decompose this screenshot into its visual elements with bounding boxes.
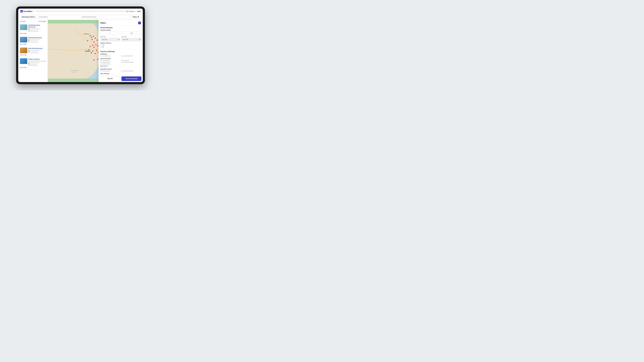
ends-after-select[interactable]: Ends After — [121, 38, 141, 41]
search-input[interactable] — [80, 15, 130, 19]
uniform-no-label: No — [102, 46, 104, 48]
show-results-button[interactable]: Show Results (50) — [122, 76, 142, 81]
login-button[interactable]: Login — [137, 10, 140, 12]
list-item: Bridges Academy Dual Language Immersion … — [18, 57, 48, 69]
svg-point-14 — [94, 41, 95, 43]
header-divider — [34, 10, 34, 12]
sort-label: Sort By: A-Z ▾ — [38, 21, 46, 22]
detail-bar — [30, 51, 38, 52]
detail-bar — [30, 39, 40, 40]
filters-button[interactable]: Filters ⚙ — [131, 15, 140, 19]
checkbox[interactable] — [100, 63, 102, 65]
checkbox[interactable] — [100, 62, 102, 63]
start-after-col: Start After Start After — [100, 36, 120, 41]
sort-chevron-icon: ▾ — [45, 21, 46, 22]
detail-bar — [30, 30, 38, 30]
students-max-input[interactable] — [122, 31, 141, 35]
list-item[interactable] — [100, 55, 120, 56]
students-min-input[interactable] — [100, 31, 119, 35]
school-name[interactable]: Bridges Academy — [28, 58, 46, 60]
view-on-map-link[interactable]: View on Map — [20, 33, 46, 34]
checkbox-label-bar — [102, 56, 110, 56]
school-list: ACORN Woodland Elementary 🏫 📚 — [18, 23, 48, 82]
uniform-yes-option[interactable]: Yes — [100, 44, 141, 46]
other-offerings-label: Other Offerings — [100, 73, 141, 74]
svg-point-20 — [94, 46, 95, 48]
school-name[interactable]: ACORN Woodland Elementary — [28, 24, 46, 28]
chevron-down-icon: ▾ — [34, 16, 35, 18]
grade-icon: 📚 — [28, 63, 30, 65]
uniform-yes-label: Yes — [102, 44, 104, 46]
list-item[interactable] — [100, 70, 120, 72]
checkbox[interactable] — [100, 70, 102, 72]
uniform-no-option[interactable]: No — [100, 46, 141, 48]
filters-close-button[interactable]: × — [138, 21, 141, 24]
svg-point-29 — [94, 53, 96, 54]
view-on-map-link[interactable]: View on Map — [20, 43, 46, 45]
svg-text:San Francisco: San Francisco — [71, 70, 78, 71]
ends-after-label: Ends After — [121, 36, 141, 37]
language-label: Language — [128, 10, 134, 12]
checkbox[interactable] — [121, 60, 122, 61]
uniform-yes-radio[interactable] — [100, 44, 102, 46]
multilingual-label: Multilingual — [100, 53, 141, 55]
services-title: Services & Offerings — [100, 51, 141, 52]
checkbox[interactable] — [100, 60, 102, 61]
globe-icon: 🌐 — [126, 10, 128, 12]
header-url-bar — [36, 11, 125, 12]
view-on-map-link[interactable]: View on Map — [20, 67, 46, 68]
show-more-label: Show More — [100, 65, 107, 67]
show-more-button[interactable]: Show More ▾ — [100, 65, 108, 67]
language-button[interactable]: 🌐 Language ▾ — [126, 10, 135, 12]
svg-point-9 — [91, 37, 92, 38]
detail-bar — [30, 50, 41, 50]
checkbox-label-bar — [123, 71, 134, 71]
svg-point-13 — [87, 40, 88, 41]
checkbox[interactable] — [121, 55, 122, 56]
filters-label: Filters — [133, 16, 137, 18]
start-after-select[interactable]: Start After — [100, 38, 120, 41]
sort-value: A-Z — [43, 21, 45, 22]
school-type-button[interactable]: Elementary School ▾ — [20, 15, 37, 18]
students-enrolled-label: Students Enrolled — [100, 29, 141, 31]
clear-all-button[interactable]: Clear All — [100, 76, 120, 81]
svg-point-34 — [97, 59, 98, 60]
list-item[interactable] — [121, 60, 141, 61]
building-icon: 🏫 — [28, 50, 30, 51]
special-ed-checkboxes — [100, 60, 141, 65]
view-on-map-link[interactable]: View on Map — [20, 54, 46, 55]
list-item[interactable] — [121, 70, 141, 72]
multilingual-group: Multilingual — [100, 53, 141, 56]
uniform-no-radio[interactable] — [100, 46, 102, 48]
school-name[interactable]: Bella Vista Elementary — [28, 48, 46, 49]
list-item[interactable] — [121, 55, 141, 56]
list-item[interactable] — [100, 60, 120, 61]
filters-title: Filters — [100, 22, 106, 24]
list-item[interactable] — [121, 62, 141, 63]
svg-text:Oakland: Oakland — [85, 50, 90, 52]
svg-point-19 — [90, 46, 91, 47]
detail-bar — [30, 42, 38, 42]
main-content: 50 Results Sort By: A-Z ▾ ACORN Woodland — [18, 20, 143, 82]
results-header: 50 Results Sort By: A-Z ▾ — [18, 20, 48, 23]
detail-bar — [30, 53, 39, 53]
building-icon: 🏫 — [28, 39, 30, 40]
grade-icon: 📚 — [28, 51, 30, 52]
checkbox[interactable] — [121, 62, 122, 63]
checkbox[interactable] — [121, 70, 122, 72]
ends-after-col: Ends After Ends After — [121, 36, 141, 41]
svg-point-21 — [97, 45, 98, 46]
list-item: ACORN Woodland Elementary 🏫 📚 — [18, 23, 48, 35]
tablet-screen: EnrollWise 🌐 Language ▾ Login Elementary… — [18, 8, 143, 82]
checkbox[interactable] — [100, 55, 102, 56]
school-name[interactable]: Allendale Elementary — [28, 37, 46, 39]
checkbox-label-bar — [102, 71, 110, 71]
address-input[interactable] — [38, 15, 80, 19]
filters-header: Filters × — [98, 20, 143, 25]
detail-bar — [30, 28, 41, 29]
school-list-sidebar: 50 Results Sort By: A-Z ▾ ACORN Woodland — [18, 20, 48, 82]
checkbox-label-bar — [102, 64, 110, 64]
svg-marker-0 — [21, 11, 22, 12]
list-item[interactable] — [100, 63, 120, 65]
list-item[interactable] — [100, 62, 120, 63]
